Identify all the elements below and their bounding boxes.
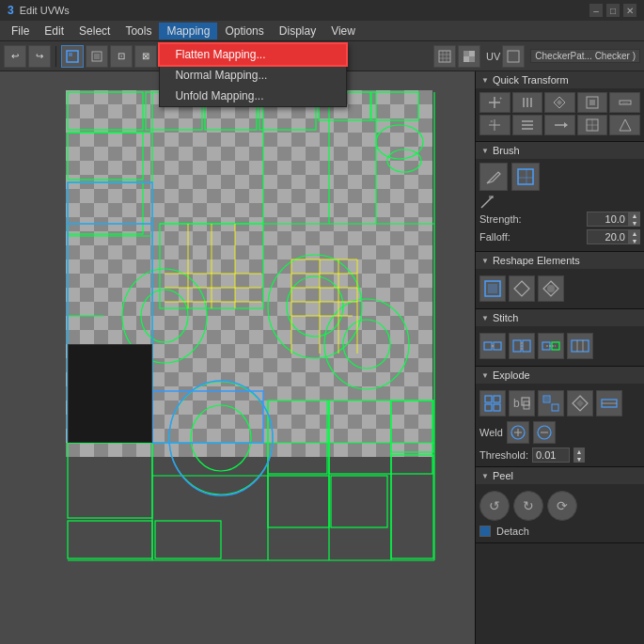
menu-display[interactable]: Display (272, 23, 323, 39)
weld-btn-2[interactable] (533, 421, 556, 444)
strength-down[interactable]: ▼ (629, 219, 640, 227)
move-button[interactable] (86, 45, 108, 68)
strength-row: Strength: ▲ ▼ (479, 212, 640, 227)
reshape-btn-3[interactable] (538, 275, 564, 302)
explode-btn-3[interactable] (538, 390, 564, 416)
threshold-label: Threshold: (479, 449, 528, 461)
falloff-down[interactable]: ▼ (629, 237, 640, 244)
svg-point-25 (141, 290, 188, 342)
reshape-btn-1[interactable] (479, 275, 506, 302)
qt-btn-5[interactable]: ··· (609, 92, 640, 113)
checker-toggle[interactable] (458, 45, 480, 68)
svg-point-20 (376, 125, 423, 159)
qt-btn-7[interactable] (512, 115, 543, 135)
svg-rect-23 (68, 182, 143, 234)
explode-btn-2[interactable]: b (509, 390, 535, 416)
svg-rect-50 (391, 401, 433, 452)
svg-rect-35 (155, 521, 221, 558)
falloff-up[interactable]: ▲ (629, 229, 640, 237)
menu-bar: File Edit Select Tools Mapping Flatten M… (0, 21, 644, 41)
stitch-btn-4[interactable] (567, 333, 593, 359)
qt-btn-8[interactable] (544, 115, 575, 135)
qt-btn-10[interactable] (609, 115, 640, 135)
explode-header[interactable]: ▼ Explode (476, 367, 644, 384)
grid-toggle[interactable] (433, 45, 456, 68)
explode-content: b Weld (476, 384, 644, 466)
strength-input[interactable] (587, 212, 629, 227)
undo-button[interactable]: ↩ (4, 45, 26, 68)
svg-rect-34 (68, 521, 152, 558)
rotate-button[interactable]: ⊡ (110, 45, 133, 68)
quick-transform-section: ▼ Quick Transform + (476, 71, 644, 142)
scale-button[interactable]: ⊠ (134, 45, 157, 68)
explode-btn-5[interactable] (596, 390, 622, 416)
brush-box[interactable] (511, 163, 540, 191)
svg-rect-36 (268, 476, 329, 527)
svg-rect-13 (508, 51, 519, 62)
stitch-header[interactable]: ▼ Stitch (476, 309, 644, 326)
threshold-spinner: ▲ ▼ (573, 448, 585, 463)
uv-viewport[interactable] (0, 71, 475, 644)
peel-label: Peel (493, 470, 513, 481)
peel-header[interactable]: ▼ Peel (476, 467, 644, 484)
menu-select[interactable]: Select (71, 23, 118, 39)
brush-header[interactable]: ▼ Brush (476, 142, 644, 159)
explode-btn-4[interactable] (567, 390, 593, 416)
toolbar-right: UV CheckerPat... Checker ) (433, 45, 640, 68)
qt-btn-9[interactable] (577, 115, 608, 135)
stitch-btn-1[interactable] (479, 333, 506, 359)
quick-transform-arrow: ▼ (481, 76, 489, 85)
brush-section: ▼ Brush Strength: (476, 142, 644, 252)
brush-pencil[interactable] (479, 163, 508, 191)
svg-rect-51 (391, 455, 433, 558)
peel-section: ▼ Peel ↺ ↻ ⟳ Detach (476, 467, 644, 543)
explode-btn-1[interactable] (479, 390, 506, 416)
peel-btn-2[interactable]: ↻ (513, 491, 543, 521)
strength-up[interactable]: ▲ (629, 212, 640, 219)
normal-mapping-item[interactable]: Normal Mapping... (160, 65, 346, 86)
stitch-btn-2[interactable] (509, 333, 535, 359)
qt-btn-2[interactable] (512, 92, 543, 113)
quick-transform-header[interactable]: ▼ Quick Transform (476, 71, 644, 88)
redo-button[interactable]: ↪ (28, 45, 51, 68)
detach-checkbox[interactable] (479, 526, 491, 537)
menu-edit[interactable]: Edit (37, 23, 71, 39)
reshape-btn-2[interactable] (509, 275, 535, 302)
qt-btn-1[interactable]: + (479, 92, 510, 113)
qt-btn-6[interactable]: × (479, 115, 510, 135)
menu-tools[interactable]: Tools (118, 23, 159, 39)
minimize-button[interactable]: – (589, 4, 603, 17)
threshold-down[interactable]: ▼ (573, 455, 585, 463)
svg-rect-12 (463, 56, 469, 62)
title-bar-left: 3 Edit UVWs (8, 4, 70, 17)
reshape-header[interactable]: ▼ Reshape Elements (476, 252, 644, 269)
explode-label: Explode (493, 369, 530, 381)
stitch-btn-3[interactable] (538, 333, 564, 359)
threshold-input[interactable] (532, 448, 570, 463)
title-bar: 3 Edit UVWs – □ ✕ (0, 0, 644, 21)
qt-btn-3[interactable] (544, 92, 575, 113)
svg-text:×: × (490, 118, 494, 124)
checker-label: CheckerPat... Checker ) (530, 49, 640, 63)
menu-options[interactable]: Options (217, 23, 271, 39)
close-button[interactable]: ✕ (623, 4, 636, 17)
menu-view[interactable]: View (323, 23, 363, 39)
threshold-up[interactable]: ▲ (573, 448, 585, 455)
svg-rect-4 (439, 51, 450, 62)
menu-mapping[interactable]: Mapping Flatten Mapping... Normal Mappin… (159, 23, 217, 39)
flatten-mapping-item[interactable]: Flatten Mapping... (160, 44, 346, 65)
peel-btn-3[interactable]: ⟳ (547, 491, 577, 521)
detach-label: Detach (496, 526, 529, 537)
unfold-mapping-item[interactable]: Unfold Mapping... (160, 86, 346, 106)
falloff-spinner: ▲ ▼ (629, 229, 640, 244)
select-mode-button[interactable] (61, 45, 84, 68)
svg-rect-39 (268, 401, 327, 474)
weld-btn-1[interactable] (507, 421, 529, 444)
svg-rect-3 (94, 54, 100, 59)
falloff-input[interactable] (587, 229, 629, 244)
uv-options[interactable] (502, 45, 525, 68)
peel-btn-1[interactable]: ↺ (479, 491, 510, 521)
qt-btn-4[interactable] (577, 92, 608, 113)
menu-file[interactable]: File (4, 23, 37, 39)
maximize-button[interactable]: □ (606, 4, 620, 17)
